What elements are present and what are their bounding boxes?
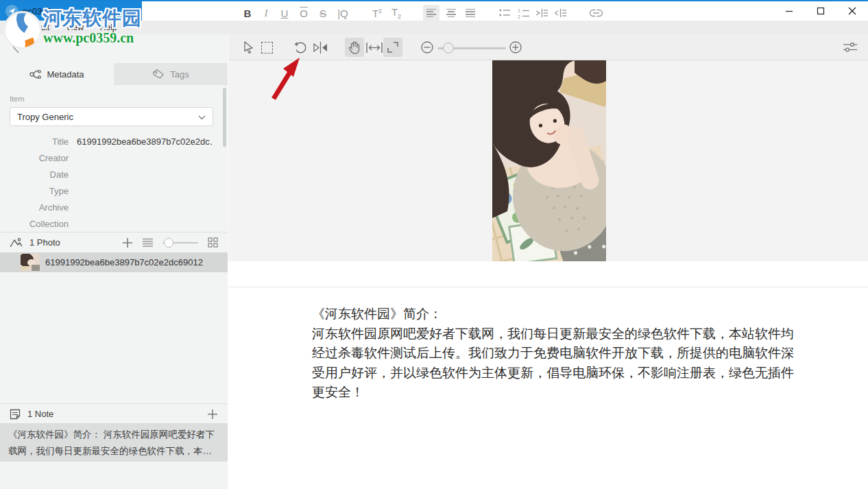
link-button[interactable]: [587, 0, 605, 26]
align-center-button[interactable]: [443, 0, 459, 26]
maximize-icon: [817, 7, 825, 15]
metadata-icon: [29, 69, 41, 80]
list-icon: [143, 238, 153, 247]
sliders-icon: [843, 42, 857, 53]
tab-tags[interactable]: Tags: [114, 63, 228, 85]
note-editor-text[interactable]: 《河东软件园》简介： 河东软件园原网吧爱好者下载网，我们每日更新最安全的绿色软件…: [312, 305, 800, 403]
bullet-list-icon: [499, 8, 510, 18]
svg-text:1: 1: [518, 8, 520, 13]
field-label: Date: [0, 169, 69, 180]
item-section-label: Item: [10, 95, 24, 103]
metadata-row-collection: Collection: [0, 215, 218, 232]
underline-button[interactable]: U: [277, 0, 292, 26]
tab-metadata[interactable]: Metadata: [0, 63, 114, 85]
outdent-button[interactable]: [552, 0, 568, 26]
numbered-list-icon: 1 2: [518, 8, 529, 19]
note-panel-count: 1 Note: [27, 409, 53, 419]
sidebar-tabs: Metadata Tags: [0, 63, 228, 85]
mirror-icon: [313, 42, 328, 53]
bullet-list-button[interactable]: [496, 0, 513, 26]
add-photo-button[interactable]: [122, 237, 133, 248]
subscript-button[interactable]: T2: [388, 0, 405, 26]
template-select[interactable]: Tropy Generic: [10, 107, 213, 126]
note-panel-header: 1 Note: [0, 404, 228, 424]
zoom-slider[interactable]: [437, 43, 506, 53]
maximize-button[interactable]: [805, 1, 836, 21]
photo-panel-header: 1 Photo: [0, 232, 228, 252]
sidebar-scrollbar[interactable]: [223, 88, 226, 147]
template-select-value: Tropy Generic: [17, 112, 73, 122]
photo-list-item[interactable]: 61991992bea6be3897b7c02e2dc69012: [0, 252, 228, 272]
field-label: Collection: [0, 219, 69, 229]
photo-icon: [10, 237, 23, 248]
fit-width-icon: [366, 43, 383, 53]
field-label: Type: [0, 186, 69, 196]
plus-circle-icon: [509, 41, 522, 53]
pan-tool-button[interactable]: [345, 38, 364, 57]
fit-corners-icon: [387, 42, 398, 53]
zoom-in-button[interactable]: [509, 41, 522, 53]
metadata-row-title: Title 61991992bea6be3897b7c02e2dc…: [0, 133, 218, 150]
close-icon: [848, 7, 856, 15]
link-icon: [589, 9, 603, 17]
zoom-fit-button[interactable]: [383, 38, 402, 57]
photo-panel-count: 1 Photo: [29, 237, 60, 248]
metadata-row-date: Date: [0, 166, 218, 182]
minimize-button[interactable]: [773, 1, 805, 21]
window-controls: [773, 1, 868, 21]
align-center-icon: [446, 9, 456, 17]
field-value[interactable]: 61991992bea6be3897b7c02e2dc…: [77, 136, 213, 147]
select-tool-button[interactable]: [241, 40, 255, 54]
annotation-arrow: [264, 51, 312, 106]
metadata-row-type: Type: [0, 182, 218, 199]
tag-icon: [152, 69, 165, 80]
blockquote-button[interactable]: |Q: [334, 0, 352, 26]
note-format-toolbar: [228, 261, 868, 287]
minus-circle-icon: [421, 41, 433, 53]
align-left-icon: [426, 9, 436, 17]
tab-tags-label: Tags: [170, 69, 189, 80]
metadata-row-archive: Archive: [0, 199, 218, 215]
hand-icon: [348, 41, 361, 54]
indent-button[interactable]: [533, 0, 550, 26]
grid-view-button[interactable]: [208, 237, 218, 248]
svg-text:2: 2: [518, 14, 520, 19]
field-label: Title: [0, 136, 69, 147]
italic-button[interactable]: I: [259, 0, 273, 26]
photo-image[interactable]: [492, 60, 606, 261]
adjustments-button[interactable]: [843, 42, 857, 53]
slider-knob[interactable]: [164, 238, 173, 248]
watermark-site-name: 河东软件园: [43, 5, 142, 32]
list-view-button[interactable]: [143, 238, 153, 247]
numbered-list-button[interactable]: 1 2: [515, 0, 531, 26]
superscript-button[interactable]: T2: [369, 0, 385, 26]
plus-icon: [122, 237, 133, 248]
app-window: pc0359.cn File Edit View Help 河东软件园 www.…: [0, 0, 868, 489]
overline-button[interactable]: O: [296, 0, 311, 26]
field-label: Creator: [0, 153, 69, 163]
thumbnail-size-slider[interactable]: [162, 238, 198, 248]
tab-metadata-label: Metadata: [47, 69, 84, 80]
minimize-icon: [785, 7, 793, 15]
align-left-button[interactable]: [423, 5, 439, 21]
outdent-icon: [555, 8, 566, 18]
photo-item-name: 61991992bea6be3897b7c02e2dc69012: [45, 257, 203, 267]
chevron-down-icon: [198, 112, 206, 122]
mirror-button[interactable]: [313, 41, 328, 53]
strikethrough-button[interactable]: S: [315, 0, 330, 26]
portrait-photo-illustration: [492, 60, 606, 261]
close-button[interactable]: [836, 1, 868, 21]
bold-button[interactable]: B: [240, 0, 255, 26]
zoom-slider-knob[interactable]: [443, 43, 454, 53]
watermark-logo: [3, 11, 42, 49]
grid-icon: [208, 237, 218, 248]
note-paragraph: 《河东软件园》简介：: [312, 305, 800, 324]
fit-width-button[interactable]: [366, 41, 383, 53]
add-note-button[interactable]: [207, 409, 218, 420]
zoom-out-button[interactable]: [421, 41, 433, 53]
note-list-item[interactable]: 《河东软件园》简介： 河东软件园原网吧爱好者下载网，我们每日更新最安全的绿色软件…: [0, 423, 228, 462]
note-paragraph: 河东软件园原网吧爱好者下载网，我们每日更新最安全的绿色软件下载，本站软件均经过杀…: [312, 324, 800, 403]
watermark-site-url: www.pc0359.cn: [43, 30, 134, 46]
photo-thumbnail: [21, 254, 40, 271]
align-justify-button[interactable]: [462, 0, 479, 26]
